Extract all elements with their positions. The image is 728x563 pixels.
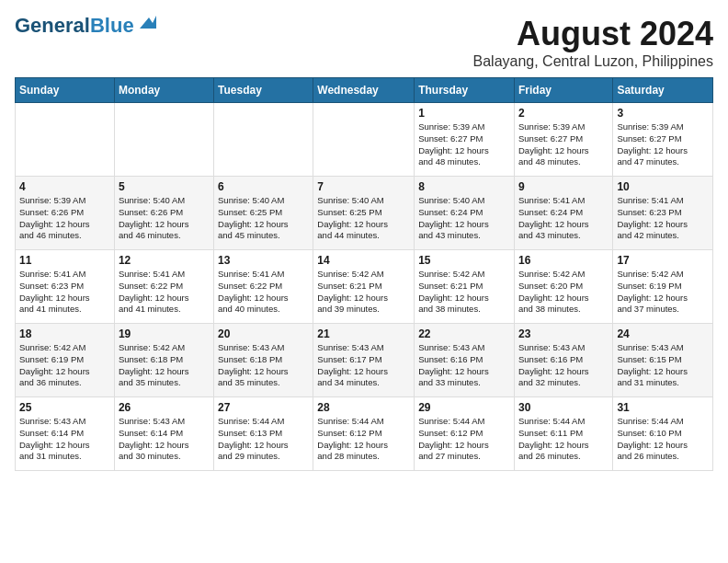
day-info: Sunrise: 5:44 AM Sunset: 6:12 PM Dayligh… xyxy=(317,416,410,463)
calendar-cell: 29Sunrise: 5:44 AM Sunset: 6:12 PM Dayli… xyxy=(415,397,515,471)
day-info: Sunrise: 5:44 AM Sunset: 6:10 PM Dayligh… xyxy=(617,416,709,463)
day-number: 20 xyxy=(218,327,309,340)
day-number: 12 xyxy=(119,254,210,267)
day-info: Sunrise: 5:42 AM Sunset: 6:21 PM Dayligh… xyxy=(317,269,410,316)
calendar-cell: 16Sunrise: 5:42 AM Sunset: 6:20 PM Dayli… xyxy=(514,250,612,324)
day-number: 8 xyxy=(418,180,510,193)
day-info: Sunrise: 5:43 AM Sunset: 6:18 PM Dayligh… xyxy=(218,342,309,389)
calendar-table: SundayMondayTuesdayWednesdayThursdayFrid… xyxy=(15,77,713,471)
day-number: 19 xyxy=(119,327,210,340)
day-number: 6 xyxy=(218,180,309,193)
day-number: 23 xyxy=(518,327,609,340)
day-info: Sunrise: 5:41 AM Sunset: 6:23 PM Dayligh… xyxy=(617,195,709,242)
day-number: 13 xyxy=(218,254,309,267)
day-number: 10 xyxy=(617,180,709,193)
day-number: 28 xyxy=(317,401,410,414)
day-info: Sunrise: 5:40 AM Sunset: 6:26 PM Dayligh… xyxy=(119,195,210,242)
day-number: 21 xyxy=(317,327,410,340)
calendar-cell: 26Sunrise: 5:43 AM Sunset: 6:14 PM Dayli… xyxy=(114,397,213,471)
day-info: Sunrise: 5:43 AM Sunset: 6:17 PM Dayligh… xyxy=(317,342,410,389)
week-row-3: 11Sunrise: 5:41 AM Sunset: 6:23 PM Dayli… xyxy=(16,250,713,324)
calendar-cell: 8Sunrise: 5:40 AM Sunset: 6:24 PM Daylig… xyxy=(415,177,515,250)
calendar-cell: 27Sunrise: 5:44 AM Sunset: 6:13 PM Dayli… xyxy=(214,397,313,471)
calendar-cell: 31Sunrise: 5:44 AM Sunset: 6:10 PM Dayli… xyxy=(613,397,713,471)
calendar-cell: 9Sunrise: 5:41 AM Sunset: 6:24 PM Daylig… xyxy=(514,177,612,250)
calendar-cell xyxy=(114,103,213,177)
day-info: Sunrise: 5:43 AM Sunset: 6:15 PM Dayligh… xyxy=(617,342,709,389)
calendar-cell: 13Sunrise: 5:41 AM Sunset: 6:22 PM Dayli… xyxy=(214,250,313,324)
day-info: Sunrise: 5:43 AM Sunset: 6:14 PM Dayligh… xyxy=(19,416,110,463)
day-number: 4 xyxy=(19,180,110,193)
day-info: Sunrise: 5:43 AM Sunset: 6:16 PM Dayligh… xyxy=(418,342,510,389)
calendar-cell: 12Sunrise: 5:41 AM Sunset: 6:22 PM Dayli… xyxy=(114,250,213,324)
calendar-cell xyxy=(214,103,313,177)
calendar-cell: 22Sunrise: 5:43 AM Sunset: 6:16 PM Dayli… xyxy=(415,324,515,397)
week-row-5: 25Sunrise: 5:43 AM Sunset: 6:14 PM Dayli… xyxy=(16,397,713,471)
header-row: SundayMondayTuesdayWednesdayThursdayFrid… xyxy=(16,78,713,103)
calendar-cell: 14Sunrise: 5:42 AM Sunset: 6:21 PM Dayli… xyxy=(313,250,415,324)
day-info: Sunrise: 5:43 AM Sunset: 6:14 PM Dayligh… xyxy=(119,416,210,463)
day-info: Sunrise: 5:43 AM Sunset: 6:16 PM Dayligh… xyxy=(518,342,609,389)
calendar-cell: 7Sunrise: 5:40 AM Sunset: 6:25 PM Daylig… xyxy=(313,177,415,250)
calendar-cell: 17Sunrise: 5:42 AM Sunset: 6:19 PM Dayli… xyxy=(613,250,713,324)
day-info: Sunrise: 5:39 AM Sunset: 6:27 PM Dayligh… xyxy=(518,121,609,168)
header-sunday: Sunday xyxy=(16,78,115,103)
calendar-cell: 6Sunrise: 5:40 AM Sunset: 6:25 PM Daylig… xyxy=(214,177,313,250)
day-info: Sunrise: 5:44 AM Sunset: 6:12 PM Dayligh… xyxy=(418,416,510,463)
day-number: 11 xyxy=(19,254,110,267)
calendar-cell: 19Sunrise: 5:42 AM Sunset: 6:18 PM Dayli… xyxy=(114,324,213,397)
calendar-cell: 25Sunrise: 5:43 AM Sunset: 6:14 PM Dayli… xyxy=(16,397,115,471)
week-row-1: 1Sunrise: 5:39 AM Sunset: 6:27 PM Daylig… xyxy=(16,103,713,177)
day-number: 22 xyxy=(418,327,510,340)
logo-icon xyxy=(136,12,156,32)
calendar-cell: 2Sunrise: 5:39 AM Sunset: 6:27 PM Daylig… xyxy=(514,103,612,177)
day-info: Sunrise: 5:42 AM Sunset: 6:18 PM Dayligh… xyxy=(119,342,210,389)
day-info: Sunrise: 5:41 AM Sunset: 6:24 PM Dayligh… xyxy=(518,195,609,242)
day-number: 29 xyxy=(418,401,510,414)
day-number: 5 xyxy=(119,180,210,193)
day-number: 31 xyxy=(617,401,709,414)
header-thursday: Thursday xyxy=(415,78,515,103)
header-tuesday: Tuesday xyxy=(214,78,313,103)
calendar-cell: 23Sunrise: 5:43 AM Sunset: 6:16 PM Dayli… xyxy=(514,324,612,397)
day-info: Sunrise: 5:42 AM Sunset: 6:21 PM Dayligh… xyxy=(418,269,510,316)
day-info: Sunrise: 5:44 AM Sunset: 6:13 PM Dayligh… xyxy=(218,416,309,463)
calendar-cell xyxy=(16,103,115,177)
day-number: 24 xyxy=(617,327,709,340)
day-number: 3 xyxy=(617,107,709,120)
page-header: GeneralBlue August 2024 Balayang, Centra… xyxy=(15,15,713,70)
day-info: Sunrise: 5:41 AM Sunset: 6:22 PM Dayligh… xyxy=(119,269,210,316)
day-number: 25 xyxy=(19,401,110,414)
calendar-cell: 15Sunrise: 5:42 AM Sunset: 6:21 PM Dayli… xyxy=(415,250,515,324)
day-number: 30 xyxy=(518,401,609,414)
day-number: 27 xyxy=(218,401,309,414)
header-wednesday: Wednesday xyxy=(313,78,415,103)
day-info: Sunrise: 5:40 AM Sunset: 6:25 PM Dayligh… xyxy=(317,195,410,242)
day-info: Sunrise: 5:42 AM Sunset: 6:19 PM Dayligh… xyxy=(19,342,110,389)
day-info: Sunrise: 5:41 AM Sunset: 6:23 PM Dayligh… xyxy=(19,269,110,316)
calendar-cell: 21Sunrise: 5:43 AM Sunset: 6:17 PM Dayli… xyxy=(313,324,415,397)
week-row-4: 18Sunrise: 5:42 AM Sunset: 6:19 PM Dayli… xyxy=(16,324,713,397)
week-row-2: 4Sunrise: 5:39 AM Sunset: 6:26 PM Daylig… xyxy=(16,177,713,250)
calendar-cell: 30Sunrise: 5:44 AM Sunset: 6:11 PM Dayli… xyxy=(514,397,612,471)
header-friday: Friday xyxy=(514,78,612,103)
day-info: Sunrise: 5:42 AM Sunset: 6:19 PM Dayligh… xyxy=(617,269,709,316)
day-info: Sunrise: 5:39 AM Sunset: 6:26 PM Dayligh… xyxy=(19,195,110,242)
month-title: August 2024 xyxy=(473,15,714,53)
calendar-cell: 28Sunrise: 5:44 AM Sunset: 6:12 PM Dayli… xyxy=(313,397,415,471)
calendar-cell: 20Sunrise: 5:43 AM Sunset: 6:18 PM Dayli… xyxy=(214,324,313,397)
logo-text: GeneralBlue xyxy=(15,15,134,37)
day-number: 7 xyxy=(317,180,410,193)
day-number: 15 xyxy=(418,254,510,267)
location-title: Balayang, Central Luzon, Philippines xyxy=(473,53,714,70)
calendar-cell: 24Sunrise: 5:43 AM Sunset: 6:15 PM Dayli… xyxy=(613,324,713,397)
calendar-cell: 4Sunrise: 5:39 AM Sunset: 6:26 PM Daylig… xyxy=(16,177,115,250)
day-info: Sunrise: 5:40 AM Sunset: 6:24 PM Dayligh… xyxy=(418,195,510,242)
day-number: 18 xyxy=(19,327,110,340)
day-info: Sunrise: 5:44 AM Sunset: 6:11 PM Dayligh… xyxy=(518,416,609,463)
day-info: Sunrise: 5:39 AM Sunset: 6:27 PM Dayligh… xyxy=(418,121,510,168)
day-info: Sunrise: 5:39 AM Sunset: 6:27 PM Dayligh… xyxy=(617,121,709,168)
day-number: 1 xyxy=(418,107,510,120)
day-number: 9 xyxy=(518,180,609,193)
day-info: Sunrise: 5:41 AM Sunset: 6:22 PM Dayligh… xyxy=(218,269,309,316)
